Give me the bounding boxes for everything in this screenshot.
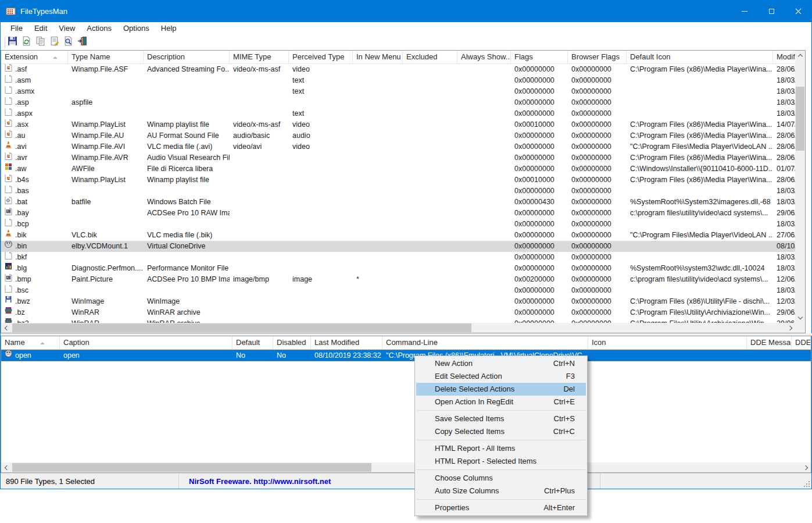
- cell-always-show: [459, 307, 511, 318]
- menu-item-new-action[interactable]: New ActionCtrl+N: [416, 357, 586, 370]
- cell-always-show: [459, 318, 511, 323]
- column-header-ext[interactable]: Extension: [2, 51, 68, 64]
- minimize-button[interactable]: [731, 1, 758, 22]
- scroll-down-button[interactable]: [795, 313, 805, 323]
- cell-type-name: [69, 86, 144, 97]
- menu-item-open-action-in-regedit[interactable]: Open Action In RegEditCtrl+E: [416, 396, 586, 408]
- file-type-row-.bat[interactable]: .batbatfileWindows Batch File0x000004300…: [1, 197, 796, 208]
- close-icon: [795, 8, 802, 15]
- column-header-excluded[interactable]: Excluded: [404, 51, 457, 64]
- column-header-disabled[interactable]: Disabled: [274, 336, 311, 350]
- file-type-row-.aspx[interactable]: .aspxtext0x000000000x0000000018/03/2: [1, 108, 796, 119]
- cell-bflags: 0x00000000: [569, 208, 627, 219]
- column-header-dde-message[interactable]: DDE Message: [748, 336, 792, 350]
- column-header-flags[interactable]: Flags: [512, 51, 568, 64]
- horizontal-scrollbar[interactable]: [1, 323, 795, 333]
- column-header-desc[interactable]: Description: [145, 51, 230, 64]
- vertical-scrollbar[interactable]: [795, 51, 805, 323]
- menu-options[interactable]: Options: [117, 23, 155, 34]
- column-header-caption[interactable]: Caption: [61, 336, 232, 350]
- file-type-row-.bay[interactable]: .bayACDSee Pro 10 RAW Ima...0x000000000x…: [1, 208, 796, 219]
- file-type-row-.bas[interactable]: .bas0x000000000x0000000018/03/2: [1, 186, 796, 197]
- menu-item-edit-selected-action[interactable]: Edit Selected ActionF3: [416, 370, 586, 383]
- cell-disabled: No: [274, 350, 311, 361]
- column-header-icon-col[interactable]: Icon: [589, 336, 747, 350]
- file-type-row-.bmp[interactable]: .bmpPaint.PictureACDSee Pro 10 BMP Ima..…: [1, 274, 796, 285]
- menu-item-delete-selected-actions[interactable]: Delete Selected ActionsDel: [416, 383, 586, 396]
- file-type-row-.blg[interactable]: .blgDiagnostic.Perfmon....Performance Mo…: [1, 263, 796, 274]
- column-header-new-menu[interactable]: In New Menu: [354, 51, 403, 64]
- scroll-right-button[interactable]: [801, 462, 811, 472]
- menu-item-save-selected-items[interactable]: Save Selected ItemsCtrl+S: [416, 412, 586, 425]
- title-bar[interactable]: FileTypesMan: [1, 1, 811, 22]
- column-header-default[interactable]: Default: [234, 336, 273, 350]
- menu-item-choose-columns[interactable]: Choose Columns: [416, 472, 586, 485]
- file-type-row-.bz[interactable]: .bzWinRARWinRAR archive0x000000000x00000…: [1, 307, 796, 318]
- cell-bflags: 0x00000000: [569, 130, 627, 141]
- menu-item-properties[interactable]: PropertiesAlt+Enter: [416, 501, 586, 514]
- file-type-row-.asf[interactable]: .asfWinamp.File.ASFAdvanced Streaming Fo…: [1, 64, 796, 75]
- file-type-row-.avr[interactable]: .avrWinamp.File.AVRAudio Visual Research…: [1, 152, 796, 163]
- menu-item-copy-selected-items[interactable]: Copy Selected ItemsCtrl+C: [416, 425, 586, 438]
- file-type-row-.bsc[interactable]: .bsc0x000000000x0000000018/03/2: [1, 285, 796, 296]
- file-type-row-.bik[interactable]: .bikVLC.bikVLC media file (.bik)0x000000…: [1, 230, 796, 241]
- menu-item-html-report-all-items[interactable]: HTML Report - All Items: [416, 442, 586, 455]
- file-type-row-.avi[interactable]: .aviWinamp.File.AVIVLC media file (.avi)…: [1, 141, 796, 152]
- file-type-row-.asmx[interactable]: .asmxtext0x000000000x0000000018/03/2: [1, 86, 796, 97]
- menu-view[interactable]: View: [53, 23, 81, 34]
- find-button[interactable]: [62, 35, 75, 49]
- scrollbar-thumb[interactable]: [12, 323, 471, 332]
- maximize-button[interactable]: [758, 1, 785, 22]
- scrollbar-thumb[interactable]: [796, 87, 804, 151]
- cell-bflags: 0x00000000: [569, 75, 627, 86]
- menu-item-auto-size-columns[interactable]: Auto Size ColumnsCtrl+Plus: [416, 485, 586, 497]
- cell-perceived: [290, 230, 353, 241]
- file-type-row-.bwz[interactable]: .bwzWinImageWinImage0x000000000x00000000…: [1, 296, 796, 307]
- column-header-always-show[interactable]: Always Show...: [459, 51, 511, 64]
- file-type-row-.b4s[interactable]: .b4sWinamp.PlayListWinamp playlist file0…: [1, 175, 796, 186]
- file-type-row-.asx[interactable]: .asxWinamp.PlayListWinamp playlist filev…: [1, 119, 796, 130]
- resize-grip[interactable]: [804, 481, 810, 487]
- refresh-button[interactable]: [20, 35, 33, 49]
- file-type-row-.bz2[interactable]: .bz2WinRARWinRAR archive0x000000000x0000…: [1, 318, 796, 323]
- scrollbar-thumb[interactable]: [12, 463, 371, 472]
- save-button[interactable]: [6, 35, 19, 49]
- menu-actions[interactable]: Actions: [81, 23, 117, 34]
- cell-default-icon: C:\Program Files (x86)\Media Player\Wina…: [628, 175, 773, 186]
- copy-button[interactable]: [34, 35, 47, 49]
- column-header-last-modified[interactable]: Last Modified: [312, 336, 382, 350]
- file-type-row-.bkf[interactable]: .bkf0x000000000x0000000018/03/2: [1, 252, 796, 263]
- file-type-row-.bin[interactable]: .binelby.VCDMount.1Virtual CloneDrive0x0…: [1, 241, 796, 252]
- file-type-row-.asm[interactable]: .asmtext0x000000000x0000000018/03/2: [1, 75, 796, 86]
- cell-mime: image/bmp: [231, 274, 289, 285]
- action-row-open[interactable]: openopenNoNo08/10/2019 23:38:32"C:\Progr…: [1, 350, 811, 361]
- app-icon: [6, 6, 16, 16]
- column-header-command-line[interactable]: Command-Line: [384, 336, 588, 350]
- column-header-dde[interactable]: DDE: [793, 336, 811, 350]
- nirsoft-link[interactable]: NirSoft Freeware. http://www.nirsoft.net: [189, 477, 331, 486]
- file-type-row-.aw[interactable]: .awAWFileFile di Ricerca libera0x0000000…: [1, 163, 796, 175]
- column-header-default-icon[interactable]: Default Icon: [628, 51, 773, 64]
- file-type-row-.asp[interactable]: .aspaspfile0x000000000x0000000018/03/2: [1, 97, 796, 108]
- file-type-row-.au[interactable]: .auWinamp.File.AUAU Format Sound Fileaud…: [1, 130, 796, 141]
- menu-help[interactable]: Help: [155, 23, 183, 34]
- horizontal-scrollbar[interactable]: [1, 462, 811, 472]
- menu-edit[interactable]: Edit: [28, 23, 53, 34]
- column-header-perceived[interactable]: Perceived Type: [290, 51, 353, 64]
- menu-file[interactable]: File: [5, 23, 28, 34]
- scroll-left-button[interactable]: [1, 323, 11, 333]
- scroll-left-button[interactable]: [1, 462, 11, 472]
- exit-button[interactable]: [76, 35, 89, 49]
- close-button[interactable]: [785, 1, 811, 22]
- column-header-type-name[interactable]: Type Name: [69, 51, 144, 64]
- scroll-right-button[interactable]: [785, 323, 795, 333]
- scroll-up-button[interactable]: [795, 51, 805, 61]
- column-header-name[interactable]: Name: [2, 336, 60, 350]
- menu-item-html-report-selected-items[interactable]: HTML Report - Selected Items: [416, 455, 586, 468]
- column-header-mime[interactable]: MIME Type: [231, 51, 289, 64]
- cell-ext: .avi: [2, 141, 68, 152]
- properties-button[interactable]: [48, 35, 61, 49]
- column-header-bflags[interactable]: Browser Flags: [569, 51, 627, 64]
- cell-ext: .bwz: [2, 296, 68, 307]
- file-type-row-.bcp[interactable]: .bcp0x000000000x0000000018/03/2: [1, 219, 796, 230]
